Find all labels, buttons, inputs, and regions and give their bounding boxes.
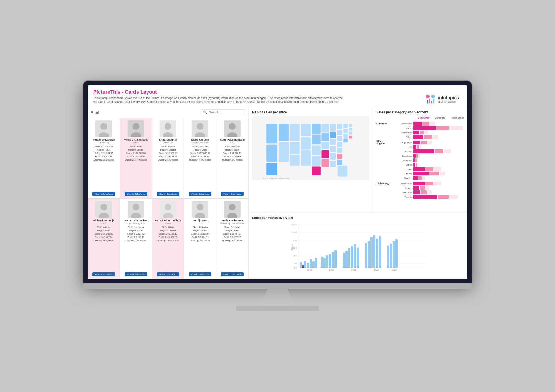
- segment-corporate: Corporate: [435, 116, 445, 119]
- bookcases-bars: [413, 122, 435, 126]
- bar-2021-mar: [348, 248, 350, 268]
- segment-home: Home Office: [451, 116, 464, 119]
- monitor-stand-top: [83, 283, 472, 289]
- bar-art-home: [420, 145, 421, 149]
- cards-toolbar: ≡ ⊟ 🔍: [88, 107, 248, 118]
- y-label-80k: 80K: [293, 239, 297, 241]
- logo-name: infotopics: [438, 95, 459, 100]
- bar-appliances-home: [427, 141, 432, 144]
- supplies-bars: [413, 176, 425, 180]
- map-section: Map of sales per state: [249, 107, 373, 212]
- salesforce-button-yoram[interactable]: View in Salesforce: [92, 192, 115, 196]
- segment-consumer: Consumer: [418, 116, 429, 119]
- svg-point-1: [431, 95, 435, 98]
- y-axis-label: Sales: [291, 244, 293, 250]
- person-card-sriharsh[interactable]: Sriharsh Amur Developer State: Indiana R…: [152, 118, 184, 198]
- bar-2022-apr: [373, 235, 375, 268]
- state-co: [301, 137, 311, 149]
- person-name: Merlijn Buit: [193, 219, 207, 222]
- bar-chairs-home: [449, 126, 463, 130]
- avatar-vince: [128, 120, 144, 137]
- envelopes-bars: [413, 154, 420, 158]
- salesforce-button-vince[interactable]: View in Salesforce: [125, 192, 147, 196]
- salesforce-button-siebe[interactable]: View in Salesforce: [189, 192, 211, 196]
- bar-2020-mar: [326, 255, 328, 268]
- person-role: Sales: [165, 222, 171, 225]
- person-role: Sales: [133, 141, 139, 144]
- person-card-maria[interactable]: Maria Ovcharova Marketing | Social Media…: [216, 198, 248, 279]
- state-mi: [337, 124, 342, 129]
- state-ia: [321, 133, 329, 141]
- person-card-siebe[interactable]: Siebe Grijpma Product Manager State: Cal…: [184, 118, 216, 198]
- state-nv: [279, 142, 289, 162]
- y-label-20k: 20K: [293, 262, 297, 265]
- person-card-remco[interactable]: Remco Liebrechts Project Management Stat…: [120, 198, 152, 279]
- svg-point-7: [100, 123, 107, 130]
- state-wa: [266, 124, 278, 144]
- bar-cop-corporate: [420, 186, 425, 190]
- state-va: [343, 134, 348, 138]
- paper-bars: [413, 167, 441, 171]
- person-name: Maria Ovcharova: [222, 219, 243, 222]
- svg-point-31: [197, 204, 203, 210]
- person-name: Vince Cruickshank: [124, 138, 148, 141]
- person-card-vince[interactable]: Vince Cruickshank Sales State: Texas Reg…: [120, 118, 152, 198]
- furnishings-label: Furnishings: [393, 131, 412, 134]
- monthly-chart: 120K 100K 80K 60K 40K 20K 0K: [252, 222, 464, 278]
- salesforce-button-patrick[interactable]: View in Salesforce: [157, 272, 180, 276]
- person-card-richard[interactable]: Richard van Wijk CEO State: Arizona Regi…: [88, 198, 120, 279]
- person-name: Sriharsh Amur: [159, 138, 177, 141]
- salesforce-button-remco[interactable]: View in Salesforce: [125, 272, 147, 276]
- salesforce-button-maria[interactable]: View in Salesforce: [221, 272, 244, 276]
- bar-storage-home: [440, 172, 445, 175]
- person-card-patrick[interactable]: Patrick Olde Daalhuis Sales State: Illin…: [152, 198, 184, 279]
- bar-paper-consumer: [413, 167, 425, 171]
- technology-label: Technology: [376, 182, 393, 185]
- search-icon: 🔍: [203, 110, 207, 114]
- person-name: Ruud Hasselerharm: [220, 138, 245, 141]
- bar-binders-corporate: [435, 149, 443, 153]
- person-card-yoram[interactable]: Yoram de Langen Developer State: Connect…: [88, 118, 120, 198]
- bar-labels-home: [418, 163, 419, 167]
- x-label-2021: 2021: [351, 269, 356, 271]
- svg-point-25: [133, 204, 139, 210]
- state-la: [321, 159, 329, 167]
- bar-appliances-consumer: [413, 141, 420, 144]
- bar-acc-corporate: [425, 182, 433, 185]
- state-ga: [337, 160, 342, 165]
- bar-2022-jan: [365, 243, 367, 268]
- bar-ph-corporate: [438, 195, 449, 199]
- avatar-yoram: [95, 120, 112, 137]
- person-name: Remco Liebrechts: [125, 219, 147, 222]
- bar-bookcases-home: [430, 122, 435, 126]
- person-name: Patrick Olde Daalhuis: [155, 219, 182, 222]
- bar-storage-corporate: [429, 172, 439, 175]
- list-view-icon[interactable]: ≡: [91, 110, 93, 114]
- phones-label: Phones: [393, 196, 412, 198]
- state-az: [290, 155, 299, 166]
- salesforce-button-merlijn[interactable]: View in Salesforce: [189, 272, 211, 276]
- salesforce-button-ruud[interactable]: View in Salesforce: [221, 192, 244, 196]
- bar-2020-may: [332, 252, 334, 268]
- bar-tables-home: [432, 135, 438, 139]
- state-nj: [349, 132, 352, 135]
- x-label-2023: 2023: [392, 269, 397, 271]
- person-role: Developer: [99, 141, 109, 144]
- state-in: [337, 130, 342, 135]
- person-role: Product Manager: [192, 141, 209, 144]
- person-card-merlijn[interactable]: Merlijn Buit CTO State: Alabama Region: …: [184, 198, 216, 279]
- search-input[interactable]: [209, 111, 243, 114]
- state-de: [349, 136, 352, 139]
- avatar-ruud: [224, 120, 241, 137]
- salesforce-button-richard[interactable]: View in Salesforce: [92, 272, 115, 276]
- salesforce-button-sriharsh[interactable]: View in Salesforce: [157, 192, 180, 196]
- search-box[interactable]: 🔍: [201, 109, 245, 115]
- cards-panel: ≡ ⊟ 🔍: [88, 107, 249, 279]
- person-card-ruud[interactable]: Ruud Hasselerharm CFO State: Arkansas Re…: [216, 118, 248, 198]
- filter-icon[interactable]: ⊟: [95, 110, 99, 114]
- state-ut: [290, 142, 299, 154]
- bar-tables-consumer: [413, 135, 423, 139]
- bar-2021-feb: [345, 251, 348, 268]
- state-ny: [343, 124, 348, 128]
- bar-chairs-consumer: [413, 126, 436, 130]
